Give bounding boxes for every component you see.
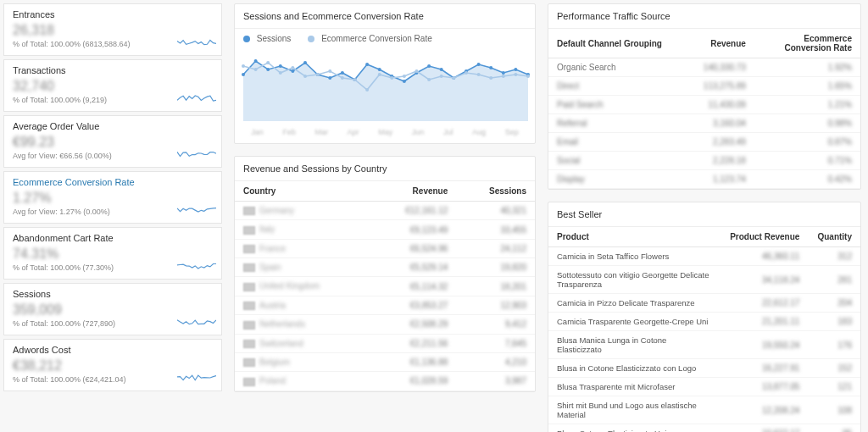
metric-title[interactable]: Adwords Cost [13,345,213,355]
svg-point-38 [415,69,419,73]
table-row[interactable]: Germany€12,161.1240,321 [235,202,535,220]
revenue-cell: €1,028.59 [370,372,457,390]
svg-point-33 [353,78,357,81]
revenue-cell: 1,123.74 [673,170,754,189]
ecr-cell: 1.21% [754,96,860,114]
revenue-cell: €5,529.14 [370,258,457,277]
svg-point-13 [403,80,406,83]
col-channel[interactable]: Default Channel Grouping [548,29,673,58]
table-row[interactable]: Social2,228.180.71% [548,152,860,170]
table-row[interactable]: Switzerland€2,211.567,645 [235,334,535,352]
flag-icon [243,226,255,235]
svg-point-3 [279,64,282,68]
svg-point-20 [489,66,492,69]
col-revenue[interactable]: Revenue [673,29,754,58]
table-row[interactable]: Camicia in Seta Taffico Flowers46,360.11… [548,247,860,266]
svg-point-0 [242,73,245,76]
col-ecr[interactable]: Ecommerce Conversion Rate [754,29,860,58]
metric-title[interactable]: Entrances [13,9,213,19]
channel-cell: Email [548,133,673,152]
metric-card[interactable]: Entrances26,318% of Total: 100.00% (6813… [3,3,222,56]
xaxis-label: Jun [412,128,425,136]
col-quantity[interactable]: Quantity [808,227,860,247]
sessions-cell: 33,455 [456,220,535,239]
revenue-cell: 2,283.49 [673,133,754,152]
ecr-cell: 0.98% [754,114,860,133]
col-product-revenue[interactable]: Product Revenue [720,227,808,247]
metric-title[interactable]: Transactions [13,65,213,75]
metric-card[interactable]: Transactions32,740% of Total: 100.00% (9… [3,59,222,112]
svg-point-45 [502,75,505,78]
chart-area[interactable] [235,43,535,128]
xaxis-label: May [378,128,392,136]
legend-sessions: Sessions [243,34,291,43]
table-row[interactable]: Blusa in Cotone Elasticizzato con Logo16… [548,359,860,378]
table-row[interactable]: Sottotessuto con vitigio Georgette Delic… [548,266,860,294]
product-revenue-cell: 19,550.24 [720,331,808,359]
table-row[interactable]: Email2,283.490.87% [548,133,860,152]
ecr-cell: 0.87% [754,133,860,152]
metric-title[interactable]: Ecommerce Conversion Rate [13,177,213,187]
table-row[interactable]: Poland€1,028.593,987 [235,372,535,390]
product-revenue-cell: 13,877.05 [720,378,808,396]
svg-point-29 [303,75,307,78]
product-revenue-cell: 10,622.17 [720,424,808,433]
table-row[interactable]: Blusa Cotone Elasticizzato Uni10,622.179… [548,424,860,433]
metric-card[interactable]: Ecommerce Conversion Rate1.27%Avg for Vi… [3,171,222,224]
quantity-cell: 176 [808,331,860,359]
table-row[interactable]: Austria€3,853.2712,903 [235,296,535,314]
revenue-cell: 113,275.89 [673,77,754,96]
panel-title: Sessions and Ecommerce Conversion Rate [235,4,535,29]
metric-title[interactable]: Abandonment Cart Rate [13,233,213,243]
quantity-cell: 281 [808,266,860,294]
table-row[interactable]: Italy€9,123.4933,455 [235,220,535,239]
product-cell: Shirt mit Bund und Logo aus elastische M… [548,396,720,424]
table-row[interactable]: Camicia Trasparente Georgette-Crepe Uni2… [548,313,860,331]
table-row[interactable]: Netherlands€2,508.299,412 [235,315,535,334]
country-cell: France [235,239,370,258]
metric-card[interactable]: Abandonment Cart Rate74.31%% of Total: 1… [3,227,222,280]
svg-point-25 [254,68,258,71]
table-row[interactable]: Shirt mit Bund und Logo aus elastische M… [548,396,860,424]
traffic-source-card: Performance Traffic Source Default Chann… [548,3,861,190]
flag-icon [243,302,255,310]
best-seller-table: Product Product Revenue Quantity Camicia… [548,227,860,432]
col-revenue[interactable]: Revenue [370,181,457,202]
svg-point-40 [440,75,443,78]
table-row[interactable]: Spain€5,529.1419,820 [235,258,535,277]
svg-point-42 [465,71,468,75]
revenue-cell: 3,160.04 [673,114,754,133]
xaxis-label: Jul [443,128,453,136]
table-row[interactable]: France€6,524.9624,112 [235,239,535,258]
quantity-cell: 152 [808,359,860,378]
table-row[interactable]: Camicia in Pizzo Delicate Trasparenze22,… [548,294,860,313]
table-row[interactable]: Blusa Manica Lunga in Cotone Elasticizza… [548,331,860,359]
svg-point-26 [266,61,270,64]
metric-card[interactable]: Adwords Cost€38,212% of Total: 100.00% (… [3,339,222,391]
middle-column: Sessions and Ecommerce Conversion Rate S… [234,3,536,432]
table-row[interactable]: Organic Search140,330.731.92% [548,58,860,77]
table-row[interactable]: Paid Search11,430.091.21% [548,96,860,114]
product-revenue-cell: 16,227.91 [720,359,808,378]
metrics-column: Entrances26,318% of Total: 100.00% (6813… [3,3,222,432]
table-row[interactable]: United Kingdom€5,114.3218,201 [235,277,535,296]
flag-icon [243,207,255,215]
metric-card[interactable]: Average Order Value€99.23Avg for View: €… [3,115,222,168]
table-row[interactable]: Display1,123.740.42% [548,170,860,189]
table-row[interactable]: Blusa Trasparente mit Microfaser13,877.0… [548,378,860,396]
table-row[interactable]: Belgium€1,136.884,210 [235,352,535,371]
metric-title[interactable]: Average Order Value [13,121,213,131]
col-product[interactable]: Product [548,227,720,247]
col-country[interactable]: Country [235,181,370,202]
product-revenue-cell: 12,208.24 [720,396,808,424]
sparkline-icon [177,202,216,218]
metric-card[interactable]: Sessions359,009% of Total: 100.00% (727,… [3,283,222,335]
flag-icon [243,283,255,291]
table-row[interactable]: Direct113,275.891.65% [548,77,860,96]
sparkline-icon [177,147,216,162]
flag-icon [243,263,255,272]
line-chart [240,47,531,123]
metric-title[interactable]: Sessions [13,289,213,299]
table-row[interactable]: Referral3,160.040.98% [548,114,860,133]
col-sessions[interactable]: Sessions [456,181,535,202]
